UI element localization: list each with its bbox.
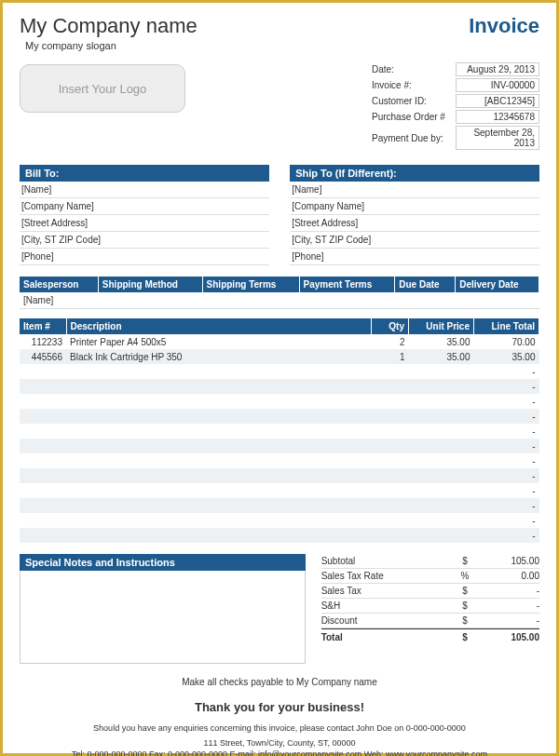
- address-section: Bill To: [Name] [Company Name] [Street A…: [20, 165, 539, 265]
- meta-customer-id-value[interactable]: [ABC12345]: [456, 94, 539, 108]
- cell-total-empty: -: [474, 394, 539, 409]
- item-row-empty: -: [20, 483, 539, 498]
- meta-customer-id-label: Customer ID:: [372, 96, 456, 106]
- payable-text: Make all checks payable to My Company na…: [20, 677, 539, 687]
- item-row-empty: -: [20, 439, 539, 453]
- sh-value[interactable]: -: [474, 601, 539, 611]
- td-shipping-terms[interactable]: [202, 292, 299, 309]
- cell-qty[interactable]: 1: [372, 349, 409, 364]
- terms-header-row: Salesperson Shipping Method Shipping Ter…: [20, 277, 539, 292]
- th-salesperson: Salesperson: [20, 277, 98, 292]
- cell-qty[interactable]: 2: [372, 334, 409, 349]
- meta-date-value[interactable]: August 29, 2013: [456, 62, 539, 76]
- currency-sym: $: [456, 601, 474, 611]
- currency-sym: $: [456, 615, 474, 626]
- footer-contact: Tel: 0-000-000-0000 Fax: 0-000-000-0000 …: [20, 749, 539, 756]
- ship-to-street[interactable]: [Street Address]: [290, 215, 539, 232]
- header-row: My Company name My company slogan Invoic…: [20, 14, 539, 51]
- total-label: Total: [321, 632, 456, 642]
- item-row-empty: -: [20, 453, 539, 468]
- sh-row: S&H $ -: [321, 599, 539, 614]
- item-row-empty: -: [20, 528, 539, 543]
- cell-price[interactable]: 35.00: [409, 349, 474, 364]
- subtotal-row: Subtotal $ 105.00: [321, 554, 539, 569]
- td-due-date[interactable]: [395, 292, 456, 309]
- sales-tax-value: -: [474, 586, 539, 596]
- meta-po-label: Purchase Order #: [372, 112, 456, 122]
- ship-to-city[interactable]: [City, ST ZIP Code]: [290, 232, 539, 249]
- company-block: My Company name My company slogan: [20, 14, 198, 51]
- th-shipping-terms: Shipping Terms: [202, 277, 299, 292]
- bill-to-phone[interactable]: [Phone]: [20, 249, 269, 265]
- bill-to-city[interactable]: [City, ST ZIP Code]: [20, 232, 269, 249]
- tax-rate-value[interactable]: 0.00: [474, 571, 539, 581]
- bill-to-name[interactable]: [Name]: [20, 182, 269, 198]
- items-header-row: Item # Description Qty Unit Price Line T…: [20, 318, 539, 334]
- meta-po: Purchase Order # 12345678: [372, 110, 539, 124]
- meta-due: Payment Due by: September 28, 2013: [372, 126, 539, 150]
- bill-to-company[interactable]: [Company Name]: [20, 198, 269, 215]
- subtotal-value: 105.00: [474, 556, 539, 566]
- th-payment-terms: Payment Terms: [299, 277, 395, 292]
- notes-body[interactable]: [20, 571, 306, 664]
- ship-to-phone[interactable]: [Phone]: [290, 249, 539, 265]
- cell-total-empty: -: [474, 483, 539, 498]
- currency-sym: $: [456, 556, 474, 566]
- logo-placeholder[interactable]: Insert Your Logo: [20, 64, 185, 113]
- th-item: Item #: [20, 318, 66, 334]
- item-row-empty: -: [20, 364, 539, 379]
- currency-sym: $: [456, 632, 474, 642]
- cell-price[interactable]: 35.00: [409, 334, 474, 349]
- sh-label: S&H: [321, 601, 456, 611]
- meta-po-value[interactable]: 12345678: [456, 110, 539, 124]
- cell-total-empty: -: [474, 409, 539, 424]
- td-salesperson[interactable]: [Name]: [20, 292, 98, 309]
- bill-to-header: Bill To:: [20, 165, 269, 182]
- discount-value[interactable]: -: [474, 615, 539, 626]
- terms-values-row: [Name]: [20, 292, 539, 309]
- discount-row: Discount $ -: [321, 614, 539, 628]
- cell-total-empty: -: [474, 498, 539, 513]
- notes-block: Special Notes and Instructions: [20, 554, 306, 664]
- td-shipping-method[interactable]: [98, 292, 202, 309]
- th-unit-price: Unit Price: [409, 318, 474, 334]
- ship-to-company[interactable]: [Company Name]: [290, 198, 539, 215]
- th-description: Description: [66, 318, 372, 334]
- company-name: My Company name: [20, 14, 198, 38]
- td-delivery-date[interactable]: [456, 292, 539, 309]
- sales-tax-row: Sales Tax $ -: [321, 584, 539, 599]
- ship-to-name[interactable]: [Name]: [290, 182, 539, 198]
- percent-sym: %: [456, 571, 474, 581]
- totals-block: Subtotal $ 105.00 Sales Tax Rate % 0.00 …: [321, 554, 539, 664]
- item-row-empty: -: [20, 409, 539, 424]
- cell-desc[interactable]: Black Ink Cartridge HP 350: [66, 349, 372, 364]
- item-row-empty: -: [20, 379, 539, 394]
- cell-total-empty: -: [474, 379, 539, 394]
- cell-total-empty: -: [474, 364, 539, 379]
- ship-to-header: Ship To (If Different):: [290, 165, 539, 182]
- tax-rate-row: Sales Tax Rate % 0.00: [321, 569, 539, 584]
- discount-label: Discount: [321, 615, 456, 626]
- item-row-empty: -: [20, 513, 539, 528]
- enquiry-text: Should you have any enquiries concerning…: [20, 723, 539, 733]
- total-value: 105.00: [474, 632, 539, 642]
- meta-due-value[interactable]: September 28, 2013: [456, 126, 539, 150]
- item-row-empty: -: [20, 394, 539, 409]
- ship-to-block: Ship To (If Different): [Name] [Company …: [290, 165, 539, 265]
- meta-invoice-num-value[interactable]: INV-00000: [456, 78, 539, 92]
- cell-item[interactable]: 445566: [20, 349, 66, 364]
- bill-to-street[interactable]: [Street Address]: [20, 215, 269, 232]
- meta-date: Date: August 29, 2013: [372, 62, 539, 76]
- meta-block: Date: August 29, 2013 Invoice #: INV-000…: [372, 62, 539, 152]
- cell-total-empty: -: [474, 468, 539, 483]
- currency-sym: $: [456, 586, 474, 596]
- invoice-title: Invoice: [469, 14, 539, 38]
- td-payment-terms[interactable]: [299, 292, 395, 309]
- th-delivery-date: Delivery Date: [456, 277, 539, 292]
- meta-invoice-num: Invoice #: INV-00000: [372, 78, 539, 92]
- footer-address: 111 Street, Town/City, County, ST, 00000: [20, 738, 539, 748]
- cell-desc[interactable]: Printer Paper A4 500x5: [66, 334, 372, 349]
- cell-total-empty: -: [474, 453, 539, 468]
- cell-item[interactable]: 112233: [20, 334, 66, 349]
- thankyou-text: Thank you for your business!: [20, 700, 539, 714]
